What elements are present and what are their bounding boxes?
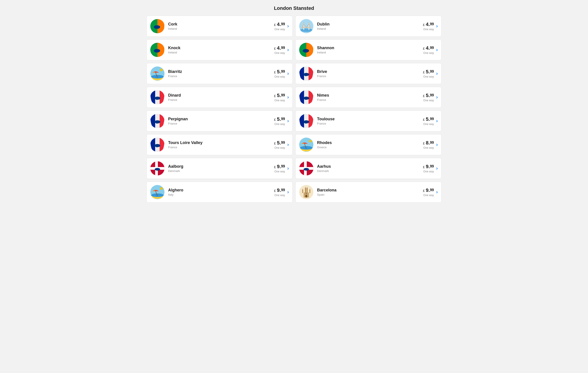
destination-icon-barcelona xyxy=(299,185,314,199)
svg-rect-36 xyxy=(305,75,306,76)
destination-price-dinard: £ 5.99 xyxy=(274,93,285,98)
destination-card-dublin[interactable]: Dublin Ireland £ 4.99 One way › xyxy=(295,16,441,37)
chevron-right-icon-aalborg[interactable]: › xyxy=(287,165,289,171)
destination-city-tours: Tours Loire Valley xyxy=(168,140,274,145)
destination-price-brive: £ 5.99 xyxy=(423,69,434,75)
price-block-toulouse: £ 5.99 One way › xyxy=(423,116,438,126)
destination-card-brive[interactable]: Brive France £ 5.99 One way › xyxy=(295,63,441,84)
destination-info-tours: Tours Loire Valley France xyxy=(168,140,274,149)
chevron-right-icon-aarhus[interactable]: › xyxy=(436,165,438,171)
destination-city-perpignan: Perpignan xyxy=(168,117,274,121)
destination-country-tours: France xyxy=(168,146,274,149)
destination-icon-shannon xyxy=(299,43,314,57)
destination-city-toulouse: Toulouse xyxy=(317,117,423,121)
svg-point-71 xyxy=(309,140,312,142)
one-way-label-aarhus: One way xyxy=(423,170,434,173)
svg-point-6 xyxy=(300,28,313,32)
destination-icon-dinard xyxy=(150,90,165,105)
destination-card-aarhus[interactable]: Aarhus Denmark £ 9.99 One way › xyxy=(295,158,441,179)
destination-icon-alghero xyxy=(150,185,165,199)
price-block-nimes: £ 5.99 One way › xyxy=(423,93,438,102)
destination-icon-tours xyxy=(150,138,165,152)
price-block-tours: £ 5.99 One way › xyxy=(274,140,289,149)
one-way-label-alghero: One way xyxy=(274,194,285,197)
destination-info-aalborg: Aalborg Denmark xyxy=(168,164,274,173)
one-way-label-barcelona: One way xyxy=(423,194,434,197)
chevron-right-icon-rhodes[interactable]: › xyxy=(436,142,438,148)
svg-rect-4 xyxy=(156,28,157,29)
destination-card-shannon[interactable]: Shannon Ireland £ 4.99 One way › xyxy=(295,39,441,60)
svg-rect-42 xyxy=(157,99,157,100)
destination-icon-rhodes xyxy=(299,138,314,152)
destination-card-dinard[interactable]: Dinard France £ 5.99 One way › xyxy=(147,87,293,108)
destination-country-aalborg: Denmark xyxy=(168,169,274,173)
one-way-label-rhodes: One way xyxy=(423,146,434,149)
destination-card-aalborg[interactable]: Aalborg Denmark £ 9.99 One way › xyxy=(147,158,293,179)
chevron-right-icon-shannon[interactable]: › xyxy=(436,47,438,53)
chevron-right-icon-cork[interactable]: › xyxy=(287,23,289,29)
destination-card-barcelona[interactable]: Barcelona Spain £ 9.99 One way › xyxy=(295,181,441,202)
chevron-right-icon-barcelona[interactable]: › xyxy=(436,189,438,195)
destination-price-cork: £ 4.99 xyxy=(274,21,285,27)
destination-city-dinard: Dinard xyxy=(168,93,274,98)
destination-country-dublin: Ireland xyxy=(317,27,423,31)
svg-point-88 xyxy=(151,193,164,197)
price-info-nimes: £ 5.99 One way xyxy=(423,93,434,102)
one-way-label-perpignan: One way xyxy=(274,123,285,126)
destination-card-alghero[interactable]: Alghero Italy £ 9.99 One way › xyxy=(147,181,293,202)
destination-info-biarritz: Biarritz France xyxy=(168,69,274,78)
destination-country-barcelona: Spain xyxy=(317,193,423,196)
price-info-cork: £ 4.99 One way xyxy=(274,21,285,31)
destination-icon-toulouse xyxy=(299,114,314,128)
chevron-right-icon-tours[interactable]: › xyxy=(287,142,289,148)
price-info-alghero: £ 9.99 One way xyxy=(274,187,285,197)
price-info-tours: £ 5.99 One way xyxy=(274,140,285,149)
destination-card-toulouse[interactable]: Toulouse France £ 5.99 One way › xyxy=(295,110,441,131)
destination-city-shannon: Shannon xyxy=(317,46,423,50)
price-info-rhodes: £ 8.99 One way xyxy=(423,140,434,149)
svg-rect-93 xyxy=(305,189,306,193)
chevron-right-icon-alghero[interactable]: › xyxy=(287,189,289,195)
chevron-right-icon-biarritz[interactable]: › xyxy=(287,71,289,76)
destination-card-nimes[interactable]: Nimes France £ 5.99 One way › xyxy=(295,87,441,108)
chevron-right-icon-dublin[interactable]: › xyxy=(436,23,438,29)
destination-card-biarritz[interactable]: Biarritz France £ 5.99 One way › xyxy=(147,63,293,84)
destination-country-knock: Ireland xyxy=(168,51,274,54)
destination-card-rhodes[interactable]: Rhodes Greece £ 8.99 One way › xyxy=(295,134,441,155)
destination-card-tours[interactable]: Tours Loire Valley France £ 5.99 One way… xyxy=(147,134,293,155)
destination-card-cork[interactable]: Cork Ireland £ 4.99 One way › xyxy=(147,16,293,37)
destination-price-knock: £ 4.99 xyxy=(274,45,285,51)
destination-info-dinard: Dinard France xyxy=(168,93,274,102)
destination-city-brive: Brive xyxy=(317,69,423,74)
chevron-right-icon-knock[interactable]: › xyxy=(287,47,289,53)
destination-price-biarritz: £ 5.99 xyxy=(274,69,285,75)
destination-country-rhodes: Greece xyxy=(317,146,423,149)
chevron-right-icon-toulouse[interactable]: › xyxy=(436,118,438,124)
destination-city-nimes: Nimes xyxy=(317,93,423,98)
svg-rect-48 xyxy=(305,99,306,100)
destination-card-knock[interactable]: Knock Ireland £ 4.99 One way › xyxy=(147,39,293,60)
destination-price-alghero: £ 9.99 xyxy=(274,187,285,193)
price-block-rhodes: £ 8.99 One way › xyxy=(423,140,438,149)
one-way-label-brive: One way xyxy=(423,75,434,78)
chevron-right-icon-brive[interactable]: › xyxy=(436,71,438,76)
destination-icon-nimes xyxy=(299,90,314,105)
destination-card-perpignan[interactable]: Perpignan France £ 5.99 One way › xyxy=(147,110,293,131)
price-info-dublin: £ 4.99 One way xyxy=(423,21,434,31)
price-info-knock: £ 4.99 One way xyxy=(274,45,285,54)
price-info-shannon: £ 4.99 One way xyxy=(423,45,434,54)
svg-point-28 xyxy=(151,75,164,78)
destination-price-barcelona: £ 9.99 xyxy=(423,187,434,193)
price-info-biarritz: £ 5.99 One way xyxy=(274,69,285,78)
chevron-right-icon-perpignan[interactable]: › xyxy=(287,118,289,124)
destination-info-toulouse: Toulouse France xyxy=(317,117,423,125)
destination-price-perpignan: £ 5.99 xyxy=(274,116,285,122)
chevron-right-icon-nimes[interactable]: › xyxy=(436,94,438,100)
destination-price-aarhus: £ 9.99 xyxy=(423,164,434,170)
price-block-aalborg: £ 9.99 One way › xyxy=(274,164,289,173)
one-way-label-shannon: One way xyxy=(423,52,434,54)
chevron-right-icon-dinard[interactable]: › xyxy=(287,94,289,100)
svg-point-69 xyxy=(300,146,313,149)
price-info-toulouse: £ 5.99 One way xyxy=(423,116,434,126)
destination-country-biarritz: France xyxy=(168,75,274,78)
